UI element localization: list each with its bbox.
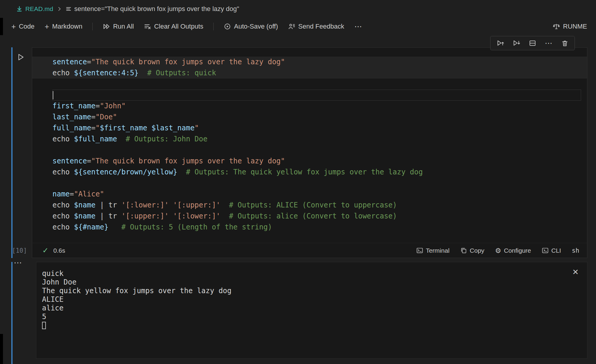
execution-count: [10]	[12, 247, 27, 254]
code-lines: sentence="The quick brown fox jumps over…	[52, 57, 581, 233]
cell-status-bar: ✓ 0.6s Terminal	[32, 243, 587, 258]
chevron-right-icon	[57, 6, 62, 12]
code-line[interactable]: echo $full_name # Outputs: John Doe	[52, 134, 581, 145]
code-line[interactable]: echo ${sentence/brown/yellow} # Outputs:…	[52, 167, 581, 178]
plus-icon: +	[45, 24, 49, 29]
breadcrumb-file-label: READ.md	[25, 5, 53, 13]
copy-button[interactable]: Copy	[460, 247, 484, 254]
cell-more-actions-icon[interactable]: ⋯	[545, 39, 553, 48]
clear-all-icon	[144, 23, 151, 30]
run-below-icon[interactable]	[513, 39, 520, 47]
code-line[interactable]	[52, 145, 581, 156]
copy-icon	[460, 247, 467, 254]
code-line[interactable]: first_name="John"	[52, 101, 581, 112]
plus-icon: +	[11, 24, 16, 29]
run-cell-button[interactable]	[17, 53, 25, 61]
auto-save-toggle[interactable]: Auto-Save (off)	[224, 23, 278, 30]
auto-save-icon	[224, 23, 231, 30]
language-picker[interactable]: sh	[572, 247, 579, 254]
delete-cell-icon[interactable]	[561, 40, 569, 47]
code-line[interactable]: echo ${sentence:4:5} # Outputs: quick	[32, 68, 587, 79]
cli-icon	[542, 247, 549, 254]
execution-duration: 0.6s	[53, 247, 65, 254]
code-line[interactable]: echo $name | tr '[:lower:]' '[:upper:]' …	[52, 200, 581, 211]
runme-icon	[553, 23, 560, 30]
code-line[interactable]: name="Alice"	[52, 189, 581, 200]
code-cell-symbol-icon	[66, 6, 72, 12]
send-feedback-button[interactable]: Send Feedback	[288, 23, 344, 30]
code-line[interactable]	[52, 90, 581, 101]
terminal-icon	[416, 247, 423, 254]
window-edge	[0, 18, 3, 35]
output-lines: quickJohn DoeThe quick yellow fox jumps …	[42, 269, 578, 331]
code-line[interactable]	[52, 79, 581, 90]
notebook-toolbar: + Code + Markdown Run All Clear All Ou	[0, 18, 596, 35]
output-line: John Doe	[42, 278, 578, 287]
toolbar-more-actions-button[interactable]: ⋯	[354, 22, 363, 31]
runme-status-button[interactable]: RUNME	[553, 23, 587, 30]
gear-icon: ⚙	[495, 247, 501, 254]
split-cell-icon[interactable]	[529, 39, 536, 47]
toolbar-divider	[92, 23, 93, 30]
code-line[interactable]: last_name="Doe"	[52, 112, 581, 123]
clear-all-outputs-button[interactable]: Clear All Outputs	[144, 23, 203, 30]
cell-status-actions: Terminal Copy ⚙ Configure	[416, 247, 579, 254]
output-line: The quick yellow fox jumps over the lazy…	[42, 287, 578, 295]
output-line: quick	[42, 269, 578, 278]
output-line: 5	[42, 313, 578, 321]
run-all-icon	[103, 23, 110, 30]
run-all-button[interactable]: Run All	[103, 23, 134, 30]
window-edge	[0, 334, 3, 364]
focused-cell-indicator	[11, 47, 13, 258]
cell-toolbar: ⋯	[490, 36, 575, 50]
toolbar-divider	[213, 23, 214, 30]
feedback-person-icon	[288, 23, 295, 30]
breadcrumb-file[interactable]: READ.md	[16, 5, 53, 13]
vscode-notebook-window: READ.md sentence="The quick brown fox ju…	[0, 0, 596, 364]
close-output-icon[interactable]: ✕	[572, 268, 579, 276]
configure-button[interactable]: ⚙ Configure	[495, 247, 531, 254]
output-line: ALICE	[42, 295, 578, 304]
code-line[interactable]	[52, 178, 581, 189]
code-line[interactable]: sentence="The quick brown fox jumps over…	[32, 57, 587, 68]
add-markdown-cell-button[interactable]: + Markdown	[45, 23, 83, 30]
focused-output-indicator	[11, 262, 13, 364]
breadcrumb: READ.md sentence="The quick brown fox ju…	[0, 0, 596, 18]
cell-output-panel: quickJohn DoeThe quick yellow fox jumps …	[36, 262, 587, 359]
code-line[interactable]: sentence="The quick brown fox jumps over…	[52, 156, 581, 167]
terminal-cursor	[42, 322, 46, 329]
runme-file-icon	[16, 6, 23, 12]
cli-button[interactable]: CLI	[542, 247, 561, 254]
add-code-cell-button[interactable]: + Code	[11, 23, 35, 30]
code-line[interactable]: echo ${#name} # Outputs: 5 (Length of th…	[52, 222, 581, 233]
success-check-icon: ✓	[42, 246, 49, 255]
breadcrumb-cell[interactable]: sentence="The quick brown fox jumps over…	[66, 5, 239, 13]
code-line[interactable]: full_name="$first_name $last_name"	[52, 123, 581, 134]
text-cursor	[52, 91, 53, 99]
cell-editor[interactable]: sentence="The quick brown fox jumps over…	[32, 48, 587, 243]
run-above-icon[interactable]	[496, 39, 504, 47]
breadcrumb-cell-label: sentence="The quick brown fox jumps over…	[74, 5, 239, 13]
terminal-button[interactable]: Terminal	[416, 247, 449, 254]
output-gutter-more-button[interactable]: ⋯	[14, 258, 22, 268]
code-line[interactable]: echo $name | tr '[:upper:]' '[:lower:]' …	[52, 211, 581, 222]
output-line: alice	[42, 304, 578, 313]
code-cell: sentence="The quick brown fox jumps over…	[32, 47, 587, 258]
